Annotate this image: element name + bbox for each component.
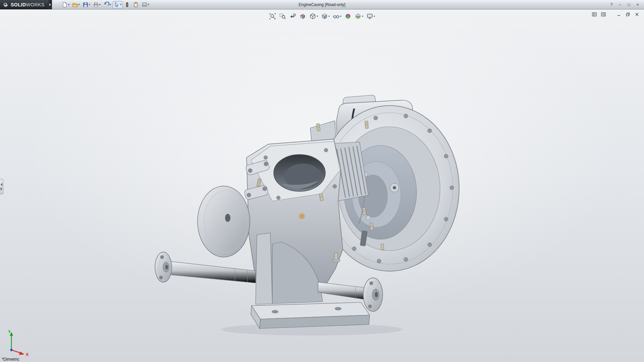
section-view-icon	[299, 13, 306, 20]
help-button[interactable]: ?	[608, 1, 615, 8]
maximize-button[interactable]: □	[625, 1, 633, 8]
dropdown-arrow-icon[interactable]: ▾	[328, 15, 330, 18]
dropdown-arrow-icon[interactable]: ▾	[89, 3, 90, 6]
rebuild-button[interactable]	[123, 1, 131, 8]
undo-arrow-icon	[103, 2, 109, 8]
zoom-to-fit-button[interactable]	[268, 12, 277, 20]
open-button[interactable]: ▾	[71, 1, 81, 8]
apply-scene-button[interactable]: ▾	[354, 12, 364, 20]
dropdown-arrow-icon[interactable]: ▾	[362, 15, 363, 18]
pane-toggle-left-icon	[592, 12, 597, 16]
model-canvas[interactable]	[0, 10, 644, 362]
select-cursor-icon	[114, 2, 120, 8]
brand-light: WORKS	[26, 2, 44, 7]
restore-document-button[interactable]	[625, 12, 631, 17]
close-document-button[interactable]	[634, 12, 640, 17]
dropdown-arrow-icon[interactable]: ▾	[68, 3, 69, 6]
edit-appearance-button[interactable]	[344, 12, 352, 20]
print-button[interactable]: ▾	[92, 1, 102, 8]
dropdown-arrow-icon[interactable]: ▾	[120, 3, 121, 6]
engine-casing-model[interactable]	[155, 95, 459, 336]
undo-button[interactable]: ▾	[102, 1, 112, 8]
zoom-to-fit-icon	[269, 13, 276, 20]
new-document-button[interactable]: ▾	[61, 1, 70, 8]
menu-expand-arrow[interactable]	[49, 0, 52, 9]
document-window-controls	[591, 12, 640, 17]
close-button[interactable]: ×	[634, 1, 641, 8]
pane-toggle-right-button[interactable]	[600, 12, 606, 17]
base-plate-part[interactable]	[251, 302, 370, 328]
document-title: EngineCasing [Read-only]	[299, 2, 345, 7]
flywheel-disc-part[interactable]	[198, 186, 250, 257]
triad-x-label: X	[26, 352, 29, 357]
right-triangle-icon	[49, 3, 51, 6]
triad-y-label: Y	[8, 329, 11, 334]
minimize-doc-icon	[617, 12, 621, 16]
restore-doc-icon	[626, 12, 630, 16]
rebuild-traffic-light-icon	[124, 2, 130, 8]
left-shaft-part[interactable]	[155, 252, 256, 283]
minimize-document-button[interactable]	[616, 12, 622, 17]
app-brand-text: SOLIDWORKS	[11, 2, 45, 7]
view-settings-scene-icon	[142, 2, 148, 8]
reference-triad: Y X	[3, 328, 34, 357]
zoom-to-area-button[interactable]	[278, 12, 287, 20]
app-logo: SOLIDWORKS	[0, 0, 49, 9]
window-controls: ? − □ ×	[608, 1, 644, 8]
dassault-systemes-logo-icon	[3, 2, 9, 8]
file-properties-clipboard-icon	[133, 2, 139, 8]
open-folder-icon	[72, 2, 78, 8]
new-document-icon	[62, 2, 68, 8]
titlebar: SOLIDWORKS ▾ ▾ ▾	[0, 0, 644, 9]
minimize-button[interactable]: −	[616, 1, 624, 8]
save-floppy-icon	[83, 2, 89, 8]
dropdown-arrow-icon[interactable]: ▾	[99, 3, 101, 6]
file-properties-button[interactable]	[132, 1, 140, 8]
edit-appearance-ball-icon	[344, 13, 352, 20]
apply-scene-sphere-icon	[355, 13, 362, 20]
previous-view-icon	[289, 13, 296, 20]
main-toolbar: ▾ ▾ ▾ ▾	[61, 1, 150, 8]
brand-bold: SOLID	[11, 2, 26, 7]
zoom-to-area-icon	[279, 13, 286, 20]
select-tool-button[interactable]: ▾	[113, 1, 122, 8]
featuremanager-splitter-handle[interactable]	[0, 179, 3, 194]
view-orientation-label: *Dimetric	[2, 357, 19, 362]
hide-show-items-button[interactable]: ▾	[332, 12, 342, 20]
heads-up-view-toolbar: ▾ ▾ ▾	[268, 12, 376, 20]
section-view-button[interactable]	[299, 12, 307, 20]
display-style-button[interactable]: ▾	[320, 12, 330, 20]
view-settings-monitor-icon	[366, 13, 373, 20]
dropdown-arrow-icon[interactable]: ▾	[340, 15, 341, 18]
pane-toggle-right-icon	[601, 12, 606, 16]
print-icon	[93, 2, 99, 8]
dropdown-arrow-icon[interactable]: ▾	[317, 15, 318, 18]
hide-show-glasses-icon	[333, 13, 340, 20]
view-orientation-cube-icon	[309, 13, 316, 20]
dropdown-arrow-icon[interactable]: ▾	[110, 3, 111, 6]
view-settings-button[interactable]: ▾	[141, 1, 150, 8]
graphics-viewport[interactable]: ▾ ▾ ▾	[0, 10, 644, 362]
dropdown-arrow-icon[interactable]: ▾	[148, 3, 149, 6]
view-settings-hud-button[interactable]: ▾	[366, 12, 376, 20]
display-style-cube-icon	[321, 13, 328, 20]
view-orientation-button[interactable]: ▾	[309, 12, 319, 20]
close-doc-icon	[635, 12, 639, 16]
dropdown-arrow-icon[interactable]: ▾	[374, 15, 375, 18]
dropdown-arrow-icon[interactable]: ▾	[78, 3, 80, 6]
splitter-arrows-icon	[0, 182, 3, 191]
save-button[interactable]: ▾	[82, 1, 91, 8]
pane-toggle-left-button[interactable]	[591, 12, 597, 17]
previous-view-button[interactable]	[288, 12, 297, 20]
